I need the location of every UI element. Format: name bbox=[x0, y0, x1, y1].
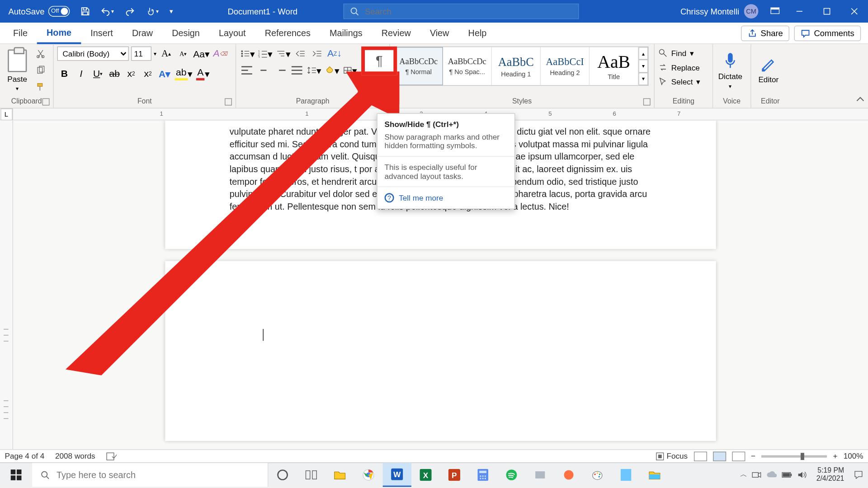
italic-button[interactable]: I bbox=[74, 67, 89, 81]
tray-volume-icon[interactable] bbox=[797, 470, 807, 479]
powerpoint-app[interactable]: P bbox=[440, 463, 468, 487]
search-input[interactable] bbox=[365, 7, 572, 16]
tab-file[interactable]: File bbox=[4, 22, 37, 43]
tab-home[interactable]: Home bbox=[37, 22, 81, 43]
align-right-button[interactable] bbox=[273, 63, 288, 78]
generic-app-2[interactable] bbox=[554, 463, 583, 487]
tab-layout[interactable]: Layout bbox=[209, 22, 255, 43]
numbering-button[interactable]: 123▾ bbox=[258, 47, 273, 61]
taskbar-search-input[interactable] bbox=[57, 469, 259, 479]
comments-button[interactable]: Comments bbox=[794, 25, 861, 41]
tab-mailings[interactable]: Mailings bbox=[320, 22, 372, 43]
styles-scroll-down[interactable]: ▾ bbox=[638, 60, 648, 72]
sort-button[interactable]: AZ↓ bbox=[327, 47, 343, 61]
web-layout-button[interactable] bbox=[732, 451, 745, 461]
dictate-button[interactable]: Dictate▾ bbox=[717, 47, 744, 94]
spotify-app[interactable] bbox=[497, 463, 526, 487]
paste-button[interactable]: Paste ▾ bbox=[4, 47, 31, 94]
highlight-button[interactable]: ab▾ bbox=[174, 67, 193, 81]
change-case-button[interactable]: Aa▾ bbox=[193, 47, 210, 61]
page-4[interactable] bbox=[165, 261, 716, 441]
vertical-ruler[interactable] bbox=[0, 120, 13, 453]
underline-button[interactable]: U▾ bbox=[90, 67, 105, 81]
tab-draw[interactable]: Draw bbox=[123, 22, 162, 43]
minimize-button[interactable] bbox=[786, 0, 813, 23]
style-heading1[interactable]: AaBbCHeading 1 bbox=[492, 47, 541, 85]
show-hide-paragraph-button[interactable]: ¶ bbox=[361, 47, 397, 75]
line-spacing-button[interactable]: ▾ bbox=[307, 63, 322, 78]
font-name-select[interactable]: Calibri (Body) bbox=[57, 47, 129, 61]
chrome-app[interactable] bbox=[354, 463, 382, 487]
tell-me-more-link[interactable]: ? Tell me more bbox=[377, 187, 514, 208]
close-button[interactable] bbox=[840, 0, 868, 23]
increase-indent-button[interactable] bbox=[310, 47, 325, 61]
subscript-button[interactable]: x2 bbox=[124, 67, 138, 81]
style-title[interactable]: AaBTitle bbox=[590, 47, 638, 85]
proofing-button[interactable] bbox=[106, 451, 117, 461]
read-mode-button[interactable] bbox=[693, 451, 707, 461]
tray-meet-now-icon[interactable] bbox=[752, 470, 761, 479]
tab-design[interactable]: Design bbox=[162, 22, 209, 43]
page-indicator[interactable]: Page 4 of 4 bbox=[5, 452, 45, 461]
autosave-toggle[interactable]: AutoSave Off bbox=[5, 4, 73, 19]
replace-button[interactable]: Replace bbox=[658, 61, 701, 74]
task-view-button[interactable] bbox=[297, 463, 326, 487]
align-center-button[interactable] bbox=[256, 63, 271, 78]
tray-onedrive-icon[interactable] bbox=[766, 471, 777, 478]
save-button[interactable] bbox=[77, 4, 94, 19]
system-clock[interactable]: 5:19 PM 2/4/2021 bbox=[811, 467, 849, 483]
paragraph-dialog-launcher[interactable] bbox=[378, 99, 386, 106]
clear-formatting-button[interactable]: A⌫ bbox=[212, 47, 228, 61]
editor-button[interactable]: Editor bbox=[755, 47, 782, 94]
start-button[interactable] bbox=[0, 463, 32, 487]
borders-button[interactable]: ▾ bbox=[342, 63, 358, 78]
maximize-button[interactable] bbox=[813, 0, 841, 23]
undo-button[interactable]: ▾ bbox=[97, 4, 118, 19]
select-button[interactable]: Select ▾ bbox=[658, 75, 701, 88]
file-explorer-pinned[interactable] bbox=[326, 463, 354, 487]
redo-button[interactable] bbox=[122, 4, 138, 19]
format-painter-button[interactable] bbox=[33, 80, 48, 94]
autosave-switch[interactable]: Off bbox=[48, 6, 69, 17]
word-app[interactable]: W bbox=[383, 463, 411, 487]
tab-review[interactable]: Review bbox=[372, 22, 420, 43]
focus-mode-button[interactable]: Focus bbox=[656, 452, 688, 461]
tray-battery-icon[interactable] bbox=[782, 471, 793, 478]
cut-button[interactable] bbox=[33, 47, 48, 61]
styles-gallery[interactable]: AaBbCcDc¶ Normal AaBbCcDc¶ No Spac... Aa… bbox=[393, 47, 648, 86]
zoom-slider[interactable] bbox=[761, 455, 827, 457]
style-no-spacing[interactable]: AaBbCcDc¶ No Spac... bbox=[443, 47, 492, 85]
tab-references[interactable]: References bbox=[255, 22, 320, 43]
styles-expand[interactable]: ▾ bbox=[638, 72, 648, 85]
collapse-ribbon-button[interactable] bbox=[855, 94, 866, 105]
search-box[interactable] bbox=[344, 4, 579, 19]
text-effects-button[interactable]: A▾ bbox=[157, 67, 172, 81]
zoom-in-button[interactable]: + bbox=[833, 452, 837, 461]
styles-dialog-launcher[interactable] bbox=[643, 99, 651, 106]
qat-customize[interactable]: ▾ bbox=[166, 5, 177, 18]
tab-help[interactable]: Help bbox=[459, 22, 496, 43]
user-account[interactable]: Chrissy Montelli CM bbox=[675, 4, 764, 19]
font-size-input[interactable] bbox=[131, 47, 151, 61]
strikethrough-button[interactable]: ab bbox=[107, 67, 122, 81]
share-button[interactable]: Share bbox=[741, 25, 789, 41]
bold-button[interactable]: B bbox=[57, 67, 72, 81]
touch-mode-button[interactable]: ▾ bbox=[142, 4, 162, 19]
multilevel-list-button[interactable]: ▾ bbox=[275, 47, 291, 61]
excel-app[interactable]: X bbox=[411, 463, 440, 487]
generic-app-3[interactable] bbox=[612, 463, 640, 487]
decrease-indent-button[interactable] bbox=[293, 47, 308, 61]
generic-app-1[interactable] bbox=[526, 463, 554, 487]
zoom-out-button[interactable]: − bbox=[751, 452, 755, 461]
clipboard-dialog-launcher[interactable] bbox=[42, 99, 50, 106]
tab-insert[interactable]: Insert bbox=[81, 22, 123, 43]
bullets-button[interactable]: ▾ bbox=[240, 47, 255, 61]
copy-button[interactable] bbox=[33, 63, 48, 78]
style-heading2[interactable]: AaBbCcIHeading 2 bbox=[541, 47, 590, 85]
justify-button[interactable] bbox=[290, 63, 304, 78]
styles-scroll-up[interactable]: ▴ bbox=[638, 47, 648, 60]
zoom-level[interactable]: 100% bbox=[844, 452, 863, 461]
ribbon-display-options[interactable] bbox=[764, 6, 786, 17]
tab-view[interactable]: View bbox=[420, 22, 459, 43]
word-count[interactable]: 2008 words bbox=[55, 452, 95, 461]
